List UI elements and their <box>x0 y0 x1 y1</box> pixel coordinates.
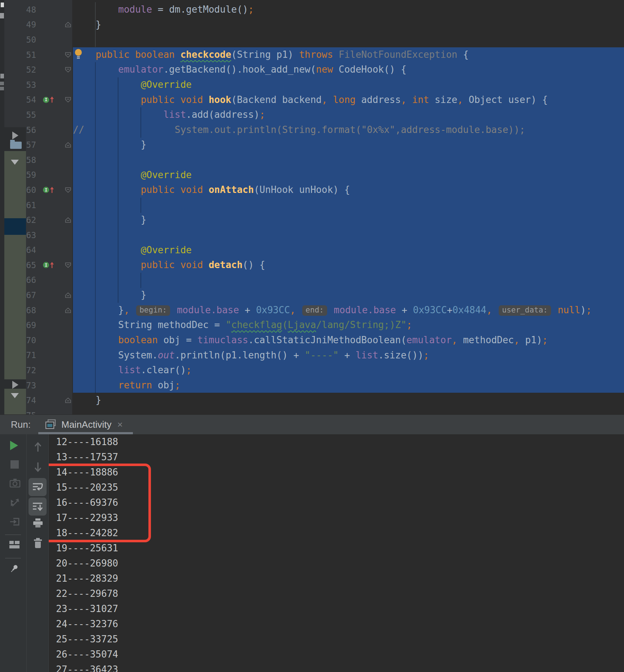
code-line-content[interactable]: module = dm.getModule(); <box>73 2 624 17</box>
code-line-content[interactable] <box>73 32 624 47</box>
code-line[interactable]: 57 } <box>0 137 624 152</box>
code-line-content[interactable]: boolean obj = timuclass.callStaticJniMet… <box>73 333 624 348</box>
overriding-method-arrow-icon[interactable] <box>50 186 54 194</box>
scroll-to-end-toggle[interactable] <box>29 497 47 516</box>
code-line-content[interactable]: String methodDec = "checkflag(Ljava/lang… <box>73 318 624 333</box>
down-arrow-icon[interactable] <box>34 461 42 473</box>
code-line[interactable]: 71 System.out.println(p1.length() + "---… <box>0 348 624 363</box>
code-line[interactable]: 49 } <box>0 17 624 33</box>
fold-region-end-icon[interactable] <box>65 292 71 298</box>
implementing-method-icon[interactable]: I <box>43 262 49 268</box>
code-line-content[interactable] <box>73 198 624 213</box>
play-triangle-icon[interactable] <box>12 381 18 389</box>
code-line[interactable]: 66 <box>0 273 624 288</box>
code-line[interactable]: 70 boolean obj = timuclass.callStaticJni… <box>0 333 624 348</box>
code-line[interactable]: 67 } <box>0 288 624 303</box>
code-line[interactable]: 59 @Override <box>0 168 624 183</box>
code-line[interactable]: 54I public void hook(Backend backend, lo… <box>0 92 624 108</box>
implementing-method-icon[interactable]: I <box>43 97 49 103</box>
folder-icon[interactable] <box>10 142 22 149</box>
code-line-content[interactable]: list.clear(); <box>73 363 624 378</box>
run-console-icon <box>45 419 56 430</box>
code-line[interactable]: 62 } <box>0 212 624 228</box>
code-line[interactable]: 53 @Override <box>0 77 624 92</box>
code-line[interactable]: 73 return obj; <box>0 378 624 393</box>
code-line-content[interactable]: @Override <box>73 77 624 92</box>
code-line[interactable]: 68 }, begin: module.base + 0x93CC, end: … <box>0 303 624 318</box>
code-line-content[interactable]: @Override <box>73 168 624 183</box>
close-icon[interactable]: × <box>117 419 123 430</box>
code-line-content[interactable]: }, begin: module.base + 0x93CC, end: mod… <box>73 303 624 318</box>
fold-region-start-icon[interactable] <box>65 187 71 193</box>
fold-region-start-icon[interactable] <box>65 97 71 103</box>
fold-region-start-icon[interactable] <box>65 67 71 73</box>
code-line-content[interactable]: System.out.println(p1.length() + "----" … <box>73 348 624 363</box>
fold-region-end-icon[interactable] <box>65 22 71 27</box>
code-line-content[interactable]: return obj; <box>73 378 624 393</box>
overriding-method-arrow-icon[interactable] <box>50 261 54 269</box>
thread-dump-camera-icon[interactable] <box>9 478 21 488</box>
restore-layout-icon[interactable] <box>9 540 20 549</box>
run-console[interactable]: 12----1618813----1753714----1888615----2… <box>49 434 624 672</box>
code-line[interactable]: 48 module = dm.getModule(); <box>0 2 624 17</box>
code-line-content[interactable]: } <box>73 393 624 408</box>
chevron-down-icon[interactable] <box>11 160 19 165</box>
overriding-method-arrow-icon[interactable] <box>50 96 54 104</box>
soft-wrap-toggle[interactable] <box>29 478 47 496</box>
fold-region-start-icon[interactable] <box>65 52 71 58</box>
implementing-method-icon[interactable]: I <box>43 187 49 193</box>
code-line-content[interactable]: } <box>73 137 624 152</box>
code-line[interactable]: 65I public void detach() { <box>0 258 624 273</box>
clear-all-trash-icon[interactable] <box>33 538 43 548</box>
code-editor[interactable]: 48 module = dm.getModule();49 }5051 publ… <box>0 0 624 414</box>
code-line[interactable]: 60I public void onAttach(UnHook unHook) … <box>0 182 624 198</box>
print-icon[interactable] <box>32 518 44 528</box>
code-line-content[interactable]: } <box>73 288 624 303</box>
attach-process-icon[interactable] <box>9 517 20 527</box>
code-line[interactable]: 75 <box>0 408 624 414</box>
code-line[interactable]: 63 <box>0 228 624 243</box>
code-line[interactable]: 56// System.out.println(String.format("0… <box>0 122 624 138</box>
code-line-content[interactable] <box>73 273 624 288</box>
side-panel[interactable] <box>4 127 26 414</box>
code-line[interactable]: 64 @Override <box>0 243 624 258</box>
code-line-content[interactable]: public void onAttach(UnHook unHook) { <box>73 182 624 198</box>
intention-lightbulb-icon[interactable] <box>74 48 83 61</box>
gutter-cell: 50 <box>0 32 73 47</box>
code-line-content[interactable]: public boolean checkcode(String p1) thro… <box>73 47 624 63</box>
code-line-content[interactable]: @Override <box>73 243 624 258</box>
code-line-content[interactable]: list.add(address); <box>73 107 624 122</box>
fold-region-end-icon[interactable] <box>65 217 71 223</box>
play-triangle-icon[interactable] <box>12 132 18 139</box>
fold-region-end-icon[interactable] <box>65 307 71 313</box>
pin-icon[interactable] <box>9 564 19 574</box>
code-line[interactable]: 55 list.add(address); <box>0 107 624 122</box>
code-line[interactable]: 69 String methodDec = "checkflag(Ljava/l… <box>0 318 624 333</box>
code-line[interactable]: 61 <box>0 198 624 213</box>
code-line-content[interactable] <box>73 152 624 168</box>
up-arrow-icon[interactable] <box>34 441 42 453</box>
code-line-content[interactable]: // System.out.println(String.format("0x%… <box>73 122 624 138</box>
code-line-content[interactable]: emulator.getBackend().hook_add_new(new C… <box>73 62 624 77</box>
code-line-content[interactable]: public void detach() { <box>73 258 624 273</box>
code-line-content[interactable] <box>73 228 624 243</box>
code-line-content[interactable] <box>73 408 624 414</box>
fold-region-start-icon[interactable] <box>65 262 71 268</box>
code-line[interactable]: 50 <box>0 32 624 47</box>
code-line[interactable]: 58 <box>0 152 624 168</box>
code-line[interactable]: 51 public boolean checkcode(String p1) t… <box>0 47 624 63</box>
rerun-failed-icon[interactable] <box>9 497 20 508</box>
fold-region-end-icon[interactable] <box>65 142 71 148</box>
code-line-content[interactable]: public void hook(Backend backend, long a… <box>73 92 624 108</box>
chevron-down-icon[interactable] <box>11 393 19 398</box>
run-tab-mainactivity[interactable]: MainActivity × <box>38 415 129 434</box>
code-line[interactable]: 72 list.clear(); <box>0 363 624 378</box>
code-line[interactable]: 52 emulator.getBackend().hook_add_new(ne… <box>0 62 624 77</box>
stop-button[interactable] <box>10 460 19 469</box>
rerun-button[interactable] <box>10 441 18 450</box>
code-line-content[interactable]: } <box>73 212 624 228</box>
fold-region-end-icon[interactable] <box>65 397 71 403</box>
code-line-content[interactable]: } <box>73 17 624 33</box>
console-output-line: 27----36423 <box>56 662 624 672</box>
code-line[interactable]: 74 } <box>0 393 624 408</box>
